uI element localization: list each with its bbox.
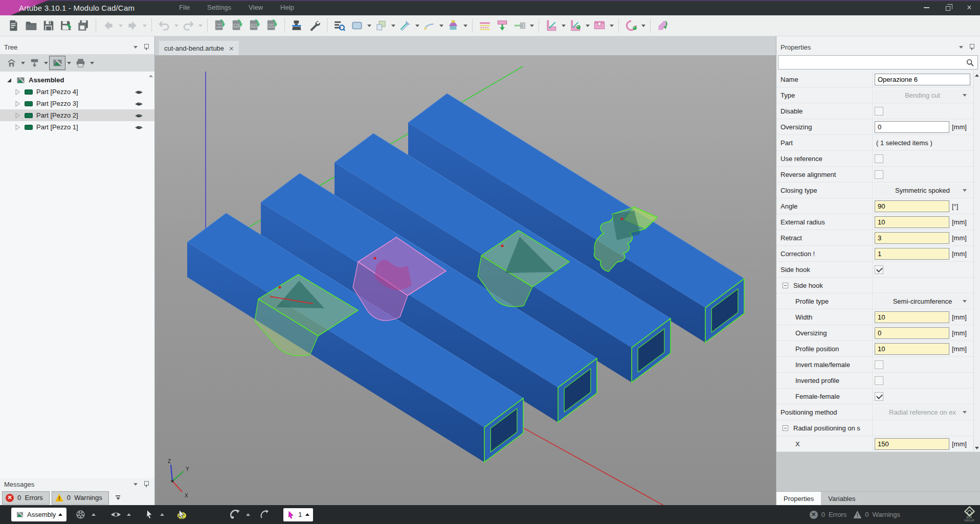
errors-filter-button[interactable]: ✕ 0 Errors (2, 491, 50, 505)
property-input-retract[interactable] (875, 232, 949, 244)
properties-scrollbar[interactable] (973, 72, 980, 452)
collapse-group-icon[interactable] (783, 425, 788, 431)
property-input-profile-position[interactable] (875, 343, 949, 355)
chevron-down-icon[interactable] (959, 46, 963, 49)
measure-dropdown-arrow[interactable] (528, 17, 535, 34)
undo-dropdown-arrow[interactable] (173, 17, 180, 34)
collapse-messages-icon[interactable] (115, 495, 121, 500)
visibility-eye-icon[interactable] (135, 101, 143, 107)
visibility-eye-icon[interactable] (135, 125, 143, 130)
selection-count-box[interactable]: 1 (283, 508, 313, 521)
save-as-button[interactable] (57, 17, 75, 34)
bend-corner-button[interactable] (543, 17, 560, 34)
save-all-button[interactable] (75, 17, 92, 34)
draw-rect-dropdown-arrow[interactable] (366, 17, 372, 34)
assembly-view-dropdown-arrow[interactable] (65, 54, 72, 72)
document-tab[interactable]: cut-and-bend.artube × (159, 41, 239, 55)
property-dropdown-closing-type[interactable]: Symmetric spoked (875, 185, 970, 196)
restore-button[interactable] (937, 0, 959, 15)
chevron-down-icon[interactable] (133, 483, 138, 486)
pin-icon[interactable] (144, 481, 148, 487)
nav-forward-dropdown-arrow[interactable] (141, 17, 148, 34)
rotate-op-button[interactable] (622, 17, 640, 34)
property-dropdown-profile-type[interactable]: Semi-circumference (875, 295, 970, 307)
machine-setup-button[interactable] (288, 17, 306, 34)
pin-icon[interactable] (969, 44, 974, 50)
collapsed-icon[interactable] (14, 101, 20, 107)
tab-properties[interactable]: Properties (776, 492, 821, 505)
properties-search-input[interactable] (778, 56, 977, 69)
print-tree-dropdown-arrow[interactable] (88, 54, 95, 72)
open-folder-button[interactable] (23, 17, 40, 34)
collapse-group-icon[interactable] (783, 283, 788, 288)
export-blm-button[interactable]: BLM (211, 17, 229, 34)
tab-variables[interactable]: Variables (821, 492, 862, 505)
insert-down-button[interactable] (494, 17, 511, 34)
tree-item-part[interactable]: Part [Pezzo 3] (0, 98, 154, 109)
property-dropdown-positioning-method[interactable]: Radial reference on ex (875, 406, 970, 418)
orbit1-button[interactable] (229, 509, 241, 520)
collapse-tree-dropdown-arrow[interactable] (19, 54, 26, 72)
assembly-mode-button[interactable]: Assembly (11, 508, 66, 521)
draw-rect-button[interactable] (348, 17, 366, 34)
nav-back-button[interactable] (100, 17, 117, 34)
property-input-angle[interactable] (875, 200, 949, 212)
property-checkbox-female-female[interactable] (875, 392, 883, 401)
up-arrow-icon[interactable] (127, 513, 131, 516)
export-vt2-button[interactable]: VT2 (246, 17, 263, 34)
weld-lines-button[interactable] (476, 17, 494, 34)
export-ifc-button[interactable]: IFC (229, 17, 246, 34)
bend-corner-dropdown-arrow[interactable] (560, 17, 567, 34)
up-arrow-icon[interactable] (92, 513, 96, 516)
collapsed-icon[interactable] (14, 89, 20, 95)
up-arrow-icon[interactable] (160, 513, 164, 516)
new-doc-button[interactable] (5, 17, 23, 34)
close-button[interactable]: × (959, 0, 980, 15)
property-input-oversizing[interactable] (875, 327, 949, 339)
rotate-op-dropdown-arrow[interactable] (640, 17, 647, 34)
minimize-button[interactable] (916, 0, 937, 15)
export-tree-button[interactable] (26, 56, 42, 70)
tree-scrollbar[interactable] (148, 73, 153, 477)
draw-arc-dropdown-arrow[interactable] (438, 17, 444, 34)
cursor-hl-button[interactable] (175, 509, 187, 520)
visibility-eye-icon[interactable] (135, 113, 143, 119)
redo-button[interactable] (180, 17, 197, 34)
property-input-oversizing[interactable] (875, 121, 949, 133)
property-checkbox-use-reference[interactable] (875, 154, 883, 163)
property-dropdown-type[interactable]: Bending cut (875, 89, 970, 101)
measure-button[interactable] (511, 17, 528, 34)
save-button[interactable] (40, 17, 57, 34)
undo-button[interactable] (155, 17, 173, 34)
property-input-external-radius[interactable] (875, 216, 949, 228)
export-tree-dropdown-arrow[interactable] (42, 54, 49, 72)
tools-button[interactable] (306, 17, 323, 34)
import-op-button[interactable] (654, 17, 672, 34)
bend-corner-ball-button[interactable] (567, 17, 584, 34)
eye-button[interactable] (110, 509, 122, 520)
property-checkbox-disable[interactable] (875, 107, 883, 116)
viewport-canvas[interactable]: ZYX (155, 55, 776, 505)
view-list-button[interactable] (331, 17, 348, 34)
tree-item-assembled[interactable]: Assembled (0, 74, 154, 86)
menu-help[interactable]: Help (272, 0, 303, 15)
menu-file[interactable]: File (170, 0, 198, 15)
expanded-icon[interactable] (6, 78, 12, 83)
bend-slot-dropdown-arrow[interactable] (608, 17, 615, 34)
bend-slot-button[interactable] (591, 17, 608, 34)
up-arrow-icon[interactable] (246, 513, 250, 516)
visibility-eye-icon[interactable] (135, 89, 143, 95)
draw-line-dropdown-arrow[interactable] (414, 17, 420, 34)
property-checkbox-side-hook[interactable] (875, 265, 883, 274)
collapsed-icon[interactable] (14, 112, 20, 119)
property-input-correction[interactable] (875, 248, 949, 260)
print-tree-button[interactable] (72, 56, 88, 70)
tree-item-part[interactable]: Part [Pezzo 4] (0, 86, 154, 98)
property-input-x[interactable] (875, 438, 949, 450)
property-input-name[interactable] (875, 74, 970, 85)
cursor-button[interactable] (143, 509, 155, 520)
property-checkbox-invert-male-female[interactable] (875, 360, 883, 369)
draw-line-button[interactable] (396, 17, 414, 34)
draw-copy-button[interactable] (372, 17, 390, 34)
bend-corner-ball-dropdown-arrow[interactable] (584, 17, 591, 34)
